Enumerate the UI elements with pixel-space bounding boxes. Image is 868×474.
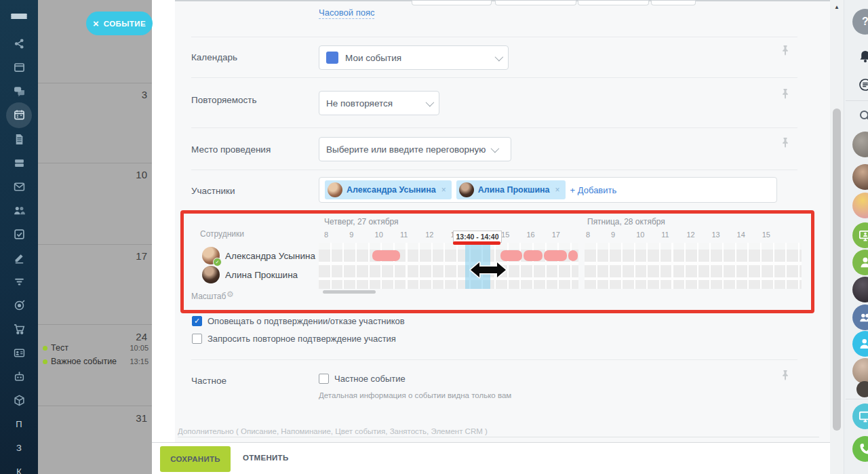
filter-icon[interactable] [14, 276, 25, 288]
sign-icon[interactable] [14, 252, 25, 264]
invite-person-plus-icon[interactable] [852, 331, 868, 357]
timeline-scrollbar[interactable] [323, 290, 376, 294]
repeat-select[interactable]: Не повторяется [319, 91, 439, 115]
notifications-bell-icon[interactable] [852, 43, 868, 69]
avatar[interactable] [852, 132, 868, 157]
automation-robot-icon[interactable] [14, 371, 25, 382]
hour-label: 8 [324, 231, 328, 239]
sidebar-item-letter[interactable]: К [16, 466, 22, 474]
participants-box[interactable]: Александра Усынина×Алина Прокшина× + Доб… [319, 177, 777, 203]
location-select[interactable]: Выберите или введите переговорную [319, 137, 511, 161]
partial-date-field[interactable] [412, 1, 492, 5]
divider [191, 77, 797, 78]
footer-bar: СОХРАНИТЬ ОТМЕНИТЬ [152, 442, 830, 474]
save-button[interactable]: СОХРАНИТЬ [160, 446, 231, 472]
add-participant-button[interactable]: + Добавить [570, 185, 617, 195]
cancel-button[interactable]: ОТМЕНИТЬ [243, 454, 288, 462]
day-strip-thursday[interactable]: Четверг, 27 октября 891011121314151617 [319, 216, 578, 293]
calendar-week-line [38, 406, 152, 406]
avatar[interactable] [856, 381, 868, 397]
checkbox-unchecked[interactable] [319, 374, 329, 384]
pin-icon[interactable] [781, 88, 789, 100]
market-cube-icon[interactable] [14, 395, 25, 406]
employees-label: Сотрудники [200, 229, 244, 239]
participants-chips: Александра Усынина×Алина Прокшина× [325, 180, 566, 199]
event-dot-icon [43, 359, 47, 364]
partial-date-field[interactable] [578, 1, 649, 5]
avatar[interactable] [852, 164, 868, 190]
day-title: Пятница, 28 октября [587, 217, 665, 226]
company-icon[interactable] [14, 205, 25, 216]
remove-icon[interactable]: × [555, 185, 560, 195]
grid-row-employee-2 [585, 265, 802, 277]
calendar-icon-active[interactable] [6, 102, 32, 128]
livefeed-icon[interactable] [14, 38, 25, 50]
calendar-day-number: 10 [136, 169, 147, 180]
invite-user-icon[interactable] [852, 250, 868, 275]
scroll-up-arrow[interactable]: ▲ [834, 4, 840, 10]
page-scrollbar-track[interactable]: ▲ [830, 0, 844, 474]
scheduler-grid[interactable] [585, 243, 802, 289]
location-select-placeholder: Выберите или введите переговорную [326, 144, 486, 155]
user-monitor-icon[interactable] [852, 222, 868, 248]
calendar-select[interactable]: Мои события [319, 45, 509, 70]
documents-icon[interactable] [14, 134, 25, 145]
private-hint: Детальная информация о событии видна тол… [319, 391, 511, 399]
avatar [328, 182, 342, 197]
pin-icon[interactable] [781, 137, 789, 149]
selection-red-bar [453, 241, 500, 245]
event-slider-title-button[interactable]: × СОБЫТИЕ [86, 12, 153, 35]
partial-time-field[interactable] [651, 1, 696, 5]
partial-time-field[interactable] [495, 1, 576, 5]
crm-target-icon[interactable] [14, 300, 25, 311]
event-form-slider: Часовой пояс Календарь Мои события Повто… [152, 0, 830, 474]
private-event-checkbox-row[interactable]: Частное событие [319, 374, 406, 384]
divider [191, 37, 797, 37]
sidebar-item-letter[interactable]: З [16, 442, 22, 454]
page-scrollbar-thumb[interactable] [833, 108, 841, 431]
hour-label: 8 [586, 231, 590, 239]
phone-icon[interactable] [852, 436, 868, 462]
chat-icon[interactable] [14, 85, 25, 97]
sidebar-item-letter[interactable]: П [16, 418, 22, 430]
contacts-card-icon[interactable] [14, 347, 25, 359]
day-strip-friday[interactable]: Пятница, 28 октября 89101112131415 [585, 216, 802, 293]
hour-scale: 89101112131415 [585, 231, 802, 239]
avatar[interactable] [852, 277, 868, 302]
pin-icon[interactable] [781, 370, 789, 381]
group-chat-icon[interactable] [852, 304, 868, 330]
hour-label: 16 [526, 231, 534, 239]
scheduler-grid[interactable] [319, 243, 578, 289]
hour-label: 10 [375, 231, 383, 239]
employee-row: ✓ Александра Усынина [202, 247, 315, 264]
drive-icon[interactable] [14, 157, 25, 169]
calendar-day-number: 3 [142, 89, 147, 100]
menu-hamburger-icon[interactable] [11, 14, 27, 19]
hour-label: 9 [349, 231, 353, 239]
availability-timeline[interactable]: Четверг, 27 октября 891011121314151617 [319, 216, 803, 297]
participant-chip[interactable]: Алина Прокшина× [456, 180, 566, 199]
shop-cart-icon[interactable] [14, 323, 25, 335]
close-icon[interactable]: × [93, 18, 99, 28]
gear-icon[interactable]: ⚙ [226, 290, 234, 299]
remove-icon[interactable]: × [441, 185, 446, 195]
workspace-icon[interactable] [14, 62, 25, 73]
tasks-icon[interactable] [14, 229, 25, 240]
help-icon[interactable]: ? [852, 9, 868, 35]
repeat-select-value: Не повторяется [326, 98, 393, 108]
timezone-link[interactable]: Часовой пояс [319, 7, 374, 19]
participant-chip[interactable]: Александра Усынина× [325, 180, 452, 199]
checkbox-unchecked[interactable] [192, 334, 202, 344]
search-icon[interactable] [852, 103, 868, 129]
panel-menu-icon[interactable] [852, 72, 868, 98]
mail-icon[interactable] [14, 181, 25, 193]
notification-checkbox-row[interactable]: Запросить повторное подтверждение участи… [192, 334, 405, 344]
screen-share-icon[interactable] [852, 403, 868, 429]
pin-icon[interactable] [781, 45, 789, 56]
calendar-week-line [38, 324, 152, 325]
avatar[interactable] [852, 193, 868, 218]
avatar[interactable] [852, 358, 868, 384]
checkbox-checked[interactable]: ✓ [192, 316, 202, 326]
notification-checkbox-row[interactable]: ✓Оповещать о подтверждении/отказе участн… [192, 316, 405, 326]
calendar-event: Важное событие13:15 [43, 356, 149, 367]
